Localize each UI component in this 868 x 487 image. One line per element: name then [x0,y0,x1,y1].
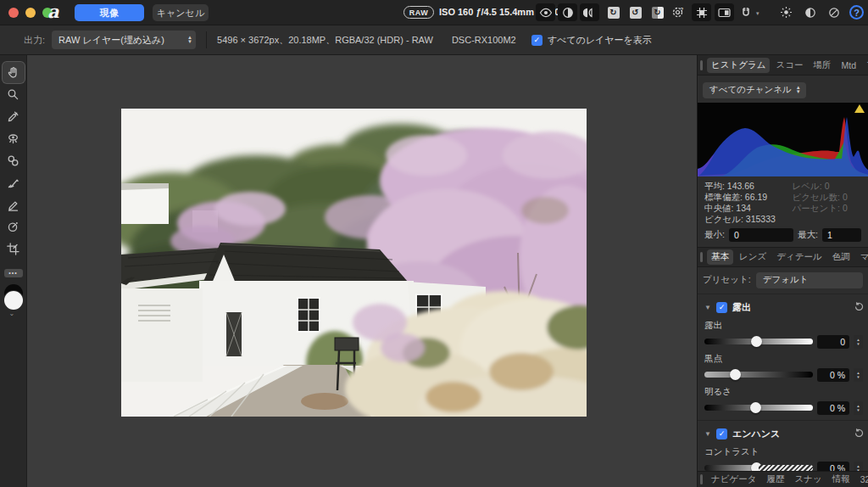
develop-panel-tabs: 基本 レンズ ディテール 色調 マスク ▼ [698,247,868,267]
crop-tool[interactable] [3,238,25,260]
histogram-plot [698,103,868,176]
swap-colors-icon[interactable]: ⌄ [9,310,15,317]
affinity-develop-window: a 現像 キャンセル RAW ISO 160 ƒ/4.5 15.4mm 1/20… [0,0,868,487]
tab-32p[interactable]: 32P [856,473,868,486]
blackpoint-slider[interactable] [704,372,813,378]
panel-drag-handle[interactable] [700,474,703,484]
blackpoint-value-field[interactable]: 0 % [817,368,849,382]
tab-details[interactable]: ディテール [772,249,826,265]
sync-before-button[interactable]: ↻ [604,3,623,21]
brightness-slider[interactable] [704,405,813,411]
toggle-grid-button[interactable] [692,3,711,21]
develop-button[interactable]: 現像 [75,4,144,21]
output-dropdown-value: RAW レイヤー(埋め込み) [58,34,187,47]
sync-split-button[interactable]: ↻ [648,3,667,21]
close-window-button[interactable] [8,8,19,18]
preset-dropdown[interactable]: デフォルト [756,272,863,288]
pencil-icon [6,198,20,212]
clipping-warning-icon[interactable] [854,104,865,113]
show-layers-checkbox[interactable]: ✓ [531,35,542,46]
panel-drag-handle[interactable] [700,60,703,70]
overlay-paint-tool[interactable] [3,172,25,193]
exposure-section-checkbox[interactable]: ✓ [716,302,727,313]
sync-after-button[interactable]: ↺ [626,3,645,21]
slider-knob[interactable] [750,402,761,413]
blemish-removal-tool[interactable] [3,150,25,171]
toggle-panels-button[interactable] [715,3,734,21]
channel-selector-dropdown[interactable]: すべてのチャンネル ▲▼ [703,82,806,98]
max-value-field[interactable]: 1 [822,228,861,242]
split-view-button[interactable] [558,3,577,21]
stat-stddev: 標準偏差: 66.19 [704,192,793,203]
tab-focus[interactable]: フォー [862,58,868,73]
help-button[interactable]: ? [849,5,864,20]
contrast-icon [804,7,816,19]
more-tools-button[interactable]: ••• [4,269,23,277]
reset-icon[interactable] [854,300,865,316]
panel-drag-handle[interactable] [700,252,703,262]
tab-location[interactable]: 場所 [809,58,835,73]
top-toolbar: a 現像 キャンセル RAW ISO 160 ƒ/4.5 15.4mm 1/20… [0,0,868,25]
contrast-slider[interactable] [704,465,813,471]
tab-lens[interactable]: レンズ [735,249,771,265]
tab-snapshots[interactable]: スナッ [790,472,826,487]
auto-white-balance-button[interactable] [824,3,843,21]
overlay-erase-tool[interactable] [3,194,25,216]
view-tool[interactable] [3,62,25,83]
stat-pixel-count: ピクセル数: 0 [793,192,861,203]
tab-scope[interactable]: スコー [771,58,807,73]
assistant-button[interactable]: ? [668,3,687,21]
primary-color-swatch[interactable] [4,291,23,310]
stepper[interactable]: ▲▼ [854,401,863,415]
enhance-section-title: エンハンス [732,428,849,440]
rotate-left-icon: ↻ [608,7,620,19]
half-circle-icon [562,7,574,19]
minimize-window-button[interactable] [25,8,36,18]
stat-median: 中央値: 134 [704,203,793,214]
updown-chevrons-icon: ▲▼ [796,86,801,94]
collapse-chevron-icon[interactable]: ▼ [704,430,711,438]
exposure-slider[interactable] [704,339,813,344]
tab-info[interactable]: 情報 [828,472,854,487]
slashed-circle-icon [828,7,840,19]
enhance-section-checkbox[interactable]: ✓ [716,428,727,439]
brightness-value-field[interactable]: 0 % [817,401,849,415]
tab-metadata[interactable]: Mtd [837,59,860,72]
reset-icon[interactable] [854,427,865,442]
tab-history[interactable]: 履歴 [762,472,788,487]
tab-navigator[interactable]: ナビゲータ [707,472,760,487]
cancel-button[interactable]: キャンセル [153,4,209,21]
mirror-view-button[interactable] [580,3,599,21]
histogram-stats: 平均: 143.66 標準偏差: 66.19 中央値: 134 ピクセル: 31… [698,176,868,227]
show-overlay-button[interactable] [536,3,555,21]
photo-image[interactable] [121,109,587,417]
histogram-display[interactable] [698,103,868,176]
histogram-range-row: 最小: 0 最大: 1 [698,227,868,247]
auto-contrast-button[interactable] [800,3,820,21]
red-eye-removal-tool[interactable] [3,128,25,149]
tab-basic[interactable]: 基本 [707,249,733,265]
slider-knob[interactable] [751,336,762,347]
overlay-color-well[interactable]: ⌄ [3,284,25,313]
white-balance-tool[interactable] [3,106,25,127]
slider-knob[interactable] [730,369,741,380]
updown-chevrons-icon: ▲▼ [187,36,192,44]
min-value-field[interactable]: 0 [729,228,793,242]
tab-histogram[interactable]: ヒストグラム [707,58,770,73]
stepper[interactable]: ▲▼ [854,368,863,382]
tab-tones[interactable]: 色調 [828,249,854,265]
eye-icon [539,8,553,18]
auto-levels-button[interactable] [776,3,796,21]
stepper[interactable]: ▲▼ [854,335,863,349]
exposure-value-field[interactable]: 0 [817,335,849,349]
magnifier-icon [6,87,20,102]
tab-mask[interactable]: マスク [856,249,868,265]
document-canvas[interactable] [27,55,697,487]
panel-icon [718,8,731,18]
overlay-gradient-tool[interactable] [3,216,25,238]
snapping-button[interactable] [736,3,755,21]
zoom-tool[interactable] [3,84,25,105]
collapse-chevron-icon[interactable]: ▼ [704,304,711,311]
output-dropdown[interactable]: RAW レイヤー(埋め込み) ▲▼ [52,31,196,49]
snapping-dropdown-chevron-icon[interactable]: ▾ [756,10,760,17]
